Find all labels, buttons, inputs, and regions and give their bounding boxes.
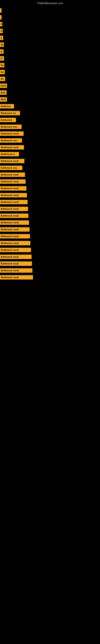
bar-label: Bo [1,64,4,66]
bar-row: Bottleneck result [0,274,100,280]
bar-item: Bottleneck [0,118,16,122]
bar-label: Bo [1,44,4,46]
bar-label: Bottl [1,84,6,87]
bar-label: Bottlenec [1,105,11,108]
bar-row: Bottleneck result [0,144,100,150]
bar-item: Bo [0,42,4,47]
bar-row: Bottleneck result [0,179,100,184]
bar-row [0,14,100,20]
bar-row: Bottl [0,83,100,88]
bar-item: Bottleneck result [0,241,30,245]
bar-item: Bottleneck result [0,132,24,136]
bar-item: Bottleneck result [0,207,28,211]
bar-item: Bo [0,77,5,81]
bar-item: Bottleneck result [0,145,24,150]
bar-item: B [0,49,3,54]
bar-row: B [0,49,100,54]
bar-label: Bottleneck result [1,235,19,238]
bar-label: Bottleneck [1,119,12,121]
bar-row: Bottleneck result [0,254,100,260]
bar-row: Bottleneck result [0,268,100,273]
bar-row: Bottleneck result [0,226,100,232]
bar-label: Bottleneck res [1,112,16,114]
bar-item: Bottleneck result [0,262,32,266]
bar-item: Bottleneck result [0,268,32,273]
bar-label: Bottleneck result [1,187,19,190]
bar-item: Bottl [0,84,7,88]
bar-item: Bottleneck result [0,172,25,177]
bar-item: Bottleneck result [0,159,24,163]
bar-label: Bottleneck result [1,208,19,210]
bar-row: Bo [0,42,100,48]
bar-item: Bottleneck result [0,254,32,259]
bar-label: B [1,50,2,53]
bar-label: Bottleneck result [1,276,19,278]
bar-label: Bottleneck resu [1,139,17,142]
bar-item: E [0,36,3,40]
bar-row: Bo [0,62,100,68]
bar-item: Bottleneck result [0,193,27,198]
bar-label: E [1,23,2,25]
bar-item: Bo [0,70,5,74]
bar-label: E [1,37,2,39]
bar-label: Bottleneck re [1,153,15,155]
bar-item: Bottleneck resu [0,138,22,143]
bar-row: Bottleneck result [0,220,100,226]
bar-label: Bottleneck result [1,180,19,183]
bar-row: Bottleneck result [0,234,100,239]
bar-row: Bottleneck resu [0,138,100,143]
bar-label: Bottleneck result [1,262,19,265]
bar-label: Bott [1,91,5,94]
bar-item: Bottleneck result [0,220,29,225]
bar-label: Bottl [1,98,6,100]
bar-item: Bottleneck res [0,111,20,115]
bar-label: Bottleneck result [1,201,19,203]
bar-row: Bo [0,76,100,82]
bar-row [0,8,100,13]
bar-label: Bottleneck result [1,228,19,231]
bar-item: Bottl [0,97,7,102]
bar-label: Bottleneck result [1,194,19,196]
bar-label: Bottleneck result [1,249,19,251]
bar-row: Bottleneck result [0,206,100,212]
bar-label: Bottleneck resu [1,126,17,128]
bar-label: Bottleneck result [1,146,19,148]
bar-label: E [1,30,2,32]
bar-item: Bottleneck resu [0,124,22,129]
bar-label: Bottleneck result [1,222,19,224]
bar-row: Bottl [0,96,100,102]
bar-label: Bottleneck result [1,132,19,135]
bar-row: Bottleneck result [0,172,100,178]
bar-item: Bottlenec [0,104,14,108]
bar-row: E [0,35,100,41]
bar-row: Bottleneck result [0,192,100,198]
bar-item [0,8,1,13]
bar-label: Bottleneck result [1,256,19,258]
bar-row: Bott [0,90,100,96]
bar-item: Bottleneck result [0,248,31,252]
bar-row: Bottleneck result [0,131,100,136]
bar-row: B [0,56,100,61]
bar-label: Bottleneck result [1,160,19,162]
bar-row: Bottleneck resu [0,165,100,171]
bar-item [0,15,1,20]
bar-row: Bottleneck result [0,158,100,164]
bar-row: Bottleneck resu [0,124,100,130]
bar-row: E [0,28,100,34]
bar-row: Bottleneck result [0,240,100,246]
bar-label: Bottleneck resu [1,167,17,169]
bar-row: Bottleneck result [0,213,100,218]
bar-label: Bo [1,78,4,80]
bar-row: Bottleneck result [0,186,100,191]
site-title: TheBottlenecker.com [0,0,100,6]
bar-label: B [1,57,2,60]
bar-item: Bottleneck re [0,152,19,156]
bar-item: Bottleneck resu [0,166,22,170]
bar-item: Bott [0,90,7,95]
bar-item: Bottleneck result [0,200,28,204]
bar-item: Bo [0,63,4,68]
bar-row: Bottleneck [0,117,100,123]
bar-row: Bottleneck result [0,261,100,266]
bar-label: Bottleneck result [1,269,19,272]
bar-label: Bo [1,71,4,73]
